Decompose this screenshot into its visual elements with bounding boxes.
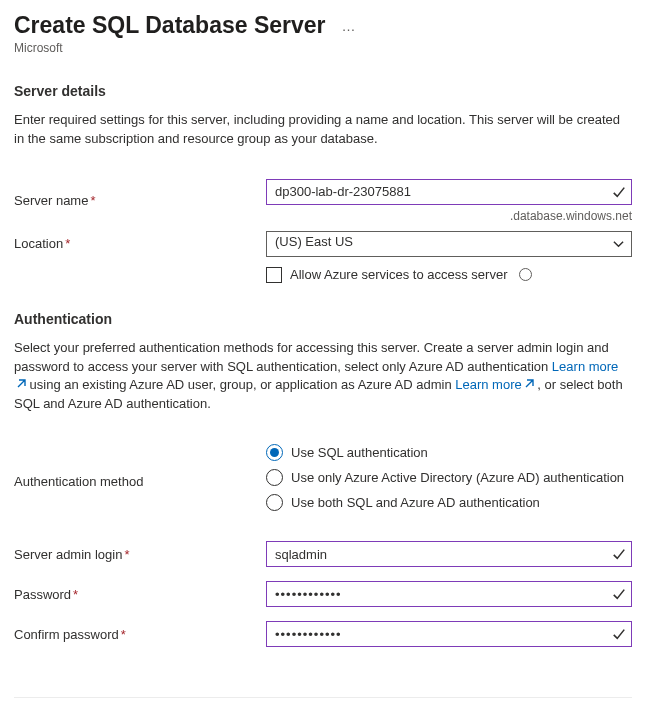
- radio-icon: [266, 469, 283, 486]
- page-title: Create SQL Database Server: [14, 12, 326, 39]
- check-icon: [612, 627, 626, 641]
- chevron-down-icon: [613, 238, 624, 249]
- server-name-input[interactable]: [266, 179, 632, 205]
- password-label: Password*: [14, 587, 266, 602]
- info-icon[interactable]: [519, 268, 532, 281]
- server-details-description: Enter required settings for this server,…: [14, 111, 624, 149]
- location-select[interactable]: (US) East US: [266, 231, 632, 257]
- auth-method-both-radio[interactable]: Use both SQL and Azure AD authentication: [266, 494, 632, 511]
- allow-azure-services-checkbox[interactable]: [266, 267, 282, 283]
- server-admin-login-input[interactable]: [266, 541, 632, 567]
- external-link-icon: [524, 379, 534, 389]
- check-icon: [612, 547, 626, 561]
- authentication-heading: Authentication: [14, 311, 632, 327]
- radio-icon: [266, 494, 283, 511]
- radio-icon-selected: [266, 444, 283, 461]
- external-link-icon: [16, 379, 26, 389]
- server-details-heading: Server details: [14, 83, 632, 99]
- server-name-label: Server name*: [14, 193, 266, 208]
- check-icon: [612, 185, 626, 199]
- authentication-description: Select your preferred authentication met…: [14, 339, 624, 414]
- confirm-password-label: Confirm password*: [14, 627, 266, 642]
- more-actions-button[interactable]: …: [342, 18, 357, 34]
- authentication-method-label: Authentication method: [14, 474, 266, 489]
- confirm-password-input[interactable]: [266, 621, 632, 647]
- server-admin-login-label: Server admin login*: [14, 547, 266, 562]
- learn-more-link-2[interactable]: Learn more: [455, 377, 533, 392]
- password-input[interactable]: [266, 581, 632, 607]
- check-icon: [612, 587, 626, 601]
- allow-azure-services-label: Allow Azure services to access server: [290, 267, 507, 282]
- location-label: Location*: [14, 236, 266, 251]
- server-name-suffix: .database.windows.net: [266, 209, 632, 223]
- auth-method-aad-only-radio[interactable]: Use only Azure Active Directory (Azure A…: [266, 469, 632, 486]
- page-subtitle: Microsoft: [14, 41, 632, 55]
- auth-method-sql-radio[interactable]: Use SQL authentication: [266, 444, 632, 461]
